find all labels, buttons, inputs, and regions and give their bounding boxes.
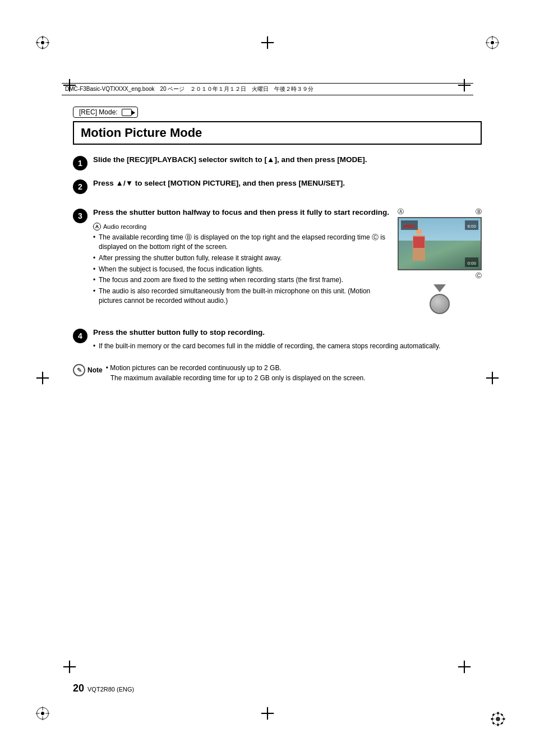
step-3-bullet-3: When the subject is focused, the focus i…	[93, 265, 390, 274]
header-bar: DMC-F3Basic-VQTXXXX_eng.book 20 ページ ２０１０…	[62, 83, 473, 95]
svg-rect-34	[492, 713, 495, 716]
elapsed-text: 0:00	[467, 261, 476, 266]
step-3-bullet-5: The audio is also recorded simultaneousl…	[93, 287, 390, 306]
note-icon-group: ✎ Note	[73, 364, 103, 376]
rec-indicator: ●REC	[401, 220, 418, 230]
reg-mark-tc	[260, 35, 275, 50]
step-3-content: Press the shutter button halfway to focu…	[93, 208, 482, 314]
page-title: Motion Picture Mode	[73, 121, 482, 145]
step-3-text-col: Press the shutter button halfway to focu…	[93, 208, 390, 307]
elapsed-time: 0:00	[465, 257, 478, 267]
step-2-content: Press ▲/▼ to select [MOTION PICTURE], an…	[93, 178, 482, 189]
step-3-bullets: The available recording time Ⓑ is displa…	[93, 233, 390, 306]
step-2-text: Press ▲/▼ to select [MOTION PICTURE], an…	[93, 178, 482, 189]
reg-mark-tl	[35, 35, 50, 50]
note-label: Note	[87, 366, 103, 374]
reg-mark-tr	[485, 35, 500, 50]
note-line-2: The maximum available recording time for…	[110, 373, 366, 383]
cross-mark-bottom-right	[456, 659, 472, 675]
step-4-heading: Press the shutter button fully to stop r…	[93, 328, 482, 338]
rec-mode-icon	[122, 109, 132, 116]
step-1-text: Slide the [REC]/[PLAYBACK] selector swit…	[93, 155, 482, 165]
page-code: VQT2R80 (ENG)	[87, 686, 134, 693]
rec-text: ●REC	[403, 224, 416, 229]
step-4: 4 Press the shutter button fully to stop…	[73, 328, 482, 353]
svg-point-29	[496, 717, 500, 721]
annotation-a-label: A Audio recording	[93, 223, 390, 231]
person-clothes	[413, 237, 425, 248]
rec-mode-label: [REC] Mode:	[79, 108, 118, 116]
annotations-ab: Ⓐ Ⓑ	[398, 208, 482, 216]
step-3-bullet-2: After pressing the shutter button fully,…	[93, 253, 390, 263]
circle-a: A	[93, 223, 101, 231]
camera-screen: ●REC 8:00 0:00	[398, 217, 482, 270]
dpad-control	[430, 284, 450, 314]
step-4-content: Press the shutter button fully to stop r…	[93, 328, 482, 353]
step-4-bullets: If the built-in memory or the card becom…	[93, 342, 482, 351]
annotation-a: Ⓐ	[398, 208, 404, 216]
step-number-4: 4	[73, 329, 87, 343]
label-a-text: Audio recording	[103, 223, 146, 230]
svg-point-11	[491, 41, 494, 44]
annotation-b: Ⓑ	[476, 208, 482, 216]
note-circle-icon: ✎	[73, 364, 85, 376]
rec-mode-badge: [REC] Mode:	[73, 107, 138, 118]
main-content: [REC] Mode: Motion Picture Mode 1 Slide …	[73, 107, 482, 383]
page-footer: 20 VQT2R80 (ENG)	[73, 683, 134, 694]
cross-mark-bottom-left	[62, 659, 77, 675]
step-4-bullet-1: If the built-in memory or the card becom…	[93, 342, 482, 351]
time-display: 8:00	[465, 220, 478, 230]
reg-mark-mr	[485, 370, 500, 386]
reg-mark-ml	[35, 370, 50, 386]
dpad-arrow-down	[433, 284, 446, 292]
page-number: 20	[73, 683, 84, 694]
step-number-3: 3	[73, 209, 87, 223]
time-text: 8:00	[467, 224, 476, 229]
step-number-1: 1	[73, 156, 87, 170]
step-3-bullet-4: The focus and zoom are fixed to the sett…	[93, 275, 390, 285]
step-2: 2 Press ▲/▼ to select [MOTION PICTURE], …	[73, 178, 482, 194]
reg-mark-bc	[260, 706, 275, 721]
dpad-body	[430, 294, 450, 314]
step-3-heading: Press the shutter button halfway to focu…	[93, 208, 390, 218]
person-body	[413, 236, 425, 261]
note-section: ✎ Note • Motion pictures can be recorded…	[73, 363, 482, 383]
reg-mark-br	[490, 711, 506, 727]
note-line-1: • Motion pictures can be recorded contin…	[106, 363, 366, 373]
annotation-c: Ⓒ	[476, 272, 482, 279]
svg-point-25	[41, 712, 44, 714]
step-1: 1 Slide the [REC]/[PLAYBACK] selector sw…	[73, 155, 482, 170]
step-3-image-wrapper: Ⓐ Ⓑ	[398, 208, 482, 314]
svg-point-5	[41, 41, 44, 44]
step-number-2: 2	[73, 179, 87, 194]
reg-mark-bl	[35, 706, 50, 721]
header-file-info: DMC-F3Basic-VQTXXXX_eng.book 20 ページ ２０１０…	[65, 85, 313, 93]
step-3-bullet-1: The available recording time Ⓑ is displa…	[93, 233, 390, 252]
note-content: • Motion pictures can be recorded contin…	[106, 363, 366, 383]
step-3: 3 Press the shutter button halfway to fo…	[73, 208, 482, 314]
annotation-c-row: Ⓒ	[398, 271, 482, 280]
step-1-content: Slide the [REC]/[PLAYBACK] selector swit…	[93, 155, 482, 165]
svg-rect-36	[492, 722, 495, 725]
